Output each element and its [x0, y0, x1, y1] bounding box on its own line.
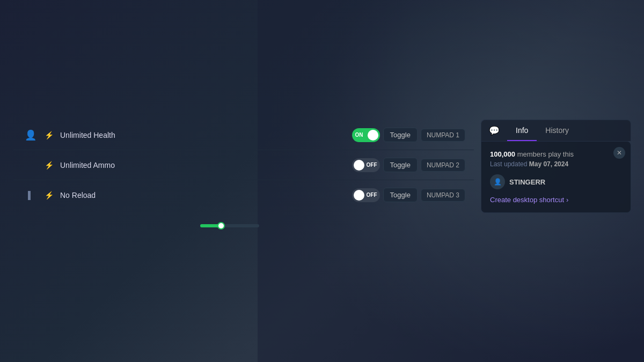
key-badge-ammo: NUMPAD 2 — [421, 159, 465, 172]
toggle-label-health: ON — [355, 132, 363, 138]
shortcut-label: Create desktop shortcut — [490, 196, 564, 204]
toggle-label-reload: OFF — [367, 192, 377, 198]
updated-prefix: Last updated — [490, 160, 527, 168]
mod-group-player: 👤 ⚡ Unlimited Health ON Toggle NUMPAD 1 — [13, 120, 474, 210]
tab-info[interactable]: Info — [507, 121, 537, 141]
bolt-icon-ammo: ⚡ — [45, 161, 54, 169]
toggle-action-reload[interactable]: Toggle — [383, 188, 418, 202]
shortcut-arrow-icon: › — [566, 196, 568, 204]
creator-row: 👤 STINGERR — [490, 174, 622, 189]
player-icon: 👤 — [25, 129, 36, 141]
mod-name-unlimited-health: Unlimited Health — [60, 131, 135, 139]
key-badge-health: NUMPAD 1 — [421, 129, 465, 142]
toggle-knob-ammo — [354, 160, 364, 171]
mod-name-no-reload: No Reload — [60, 191, 135, 200]
info-card: ✕ 100,000 members play this Last updated… — [481, 141, 631, 213]
mod-item-no-reload: ▌ ⚡ No Reload OFF Toggle NUMPAD 3 — [13, 180, 474, 210]
toggle-action-ammo[interactable]: Toggle — [383, 158, 418, 172]
tab-history[interactable]: History — [537, 121, 577, 141]
updated-date: May 07, 2024 — [529, 160, 568, 168]
key-badge-reload: NUMPAD 3 — [421, 189, 465, 202]
toggle-no-reload[interactable]: OFF — [352, 188, 380, 202]
bolt-icon-reload: ⚡ — [45, 191, 54, 200]
creator-icon: 👤 — [494, 178, 502, 186]
toggle-action-health[interactable]: Toggle — [383, 128, 418, 142]
mod-item-unlimited-ammo: ⚡ Unlimited Ammo OFF Toggle NUMPAD 2 — [13, 150, 474, 180]
creator-name: STINGERR — [509, 178, 545, 186]
bolt-icon-health: ⚡ — [45, 131, 54, 139]
members-count: 100,000 — [490, 150, 515, 158]
toggle-unlimited-ammo[interactable]: OFF — [352, 158, 380, 172]
mod-controls-no-reload: OFF Toggle NUMPAD 3 — [352, 188, 465, 202]
updated-text: Last updated May 07, 2024 — [490, 160, 622, 168]
toggle-unlimited-health[interactable]: ON — [352, 128, 380, 142]
members-text: 100,000 members play this — [490, 150, 622, 158]
mod-controls-unlimited-health: ON Toggle NUMPAD 1 — [352, 128, 465, 142]
toggle-knob-health — [368, 130, 378, 141]
slider-thumb[interactable] — [217, 222, 225, 230]
mod-group-icon-player: 👤 — [22, 129, 39, 141]
creator-avatar: 👤 — [490, 174, 505, 189]
toggle-knob-reload — [354, 190, 364, 201]
mod-group-icon-reload: ▌ — [22, 191, 39, 200]
ammo-strip-icon: ▌ — [28, 191, 33, 200]
members-suffix: members play this — [517, 150, 574, 158]
mod-item-unlimited-health: 👤 ⚡ Unlimited Health ON Toggle NUMPAD 1 — [13, 120, 474, 150]
info-tabs: 💬 Info History — [481, 120, 631, 141]
info-panel: 💬 Info History ✕ 100,000 members play th… — [481, 120, 631, 241]
mod-controls-unlimited-ammo: OFF Toggle NUMPAD 2 — [352, 158, 465, 172]
mod-name-unlimited-ammo: Unlimited Ammo — [60, 161, 135, 169]
toggle-label-ammo: OFF — [367, 162, 377, 168]
chat-icon-button[interactable]: 💬 — [481, 120, 507, 141]
shortcut-link[interactable]: Create desktop shortcut › — [490, 196, 622, 204]
slider-track[interactable] — [200, 224, 259, 227]
close-info-button[interactable]: ✕ — [613, 147, 625, 159]
